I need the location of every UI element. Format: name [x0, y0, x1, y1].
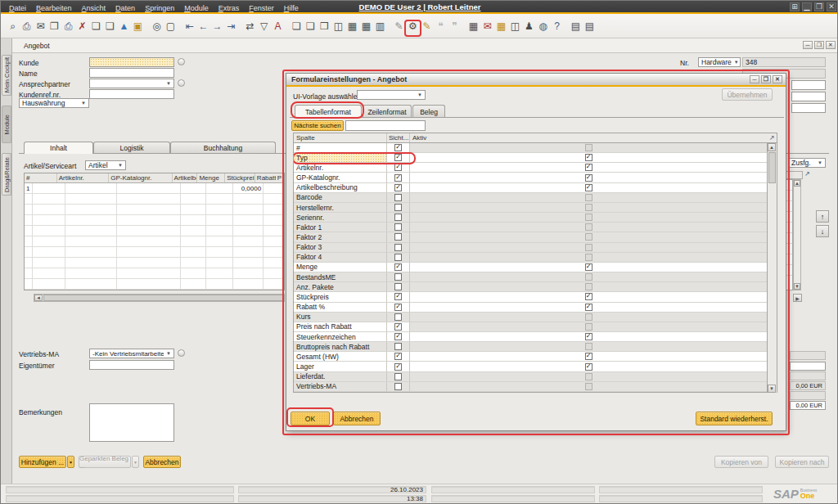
visible-checkbox[interactable] [394, 263, 402, 271]
message-icon[interactable]: ✉ [480, 17, 494, 34]
expand-icon[interactable]: ↗ [804, 170, 810, 178]
visible-checkbox[interactable] [394, 174, 402, 182]
uebernehmen-button[interactable]: Übernehmen [722, 88, 773, 101]
active-cell[interactable] [410, 332, 767, 341]
visible-cell[interactable] [387, 362, 410, 371]
visible-checkbox[interactable] [394, 144, 402, 151]
active-checkbox[interactable] [585, 164, 592, 171]
choose-from-list-icon[interactable] [178, 349, 185, 357]
import-icon[interactable]: ▲ [117, 17, 131, 34]
restore-icon[interactable]: ❐ [814, 2, 824, 11]
menge-cell[interactable] [181, 226, 206, 236]
item-table-hscrollbar[interactable]: ◄ [34, 294, 285, 302]
rabatt-cell[interactable] [233, 258, 264, 268]
sichtbar-header[interactable]: Sicht... [387, 133, 410, 142]
active-checkbox[interactable] [585, 254, 592, 261]
column-row[interactable]: Typ [294, 153, 767, 163]
active-checkbox[interactable] [585, 323, 592, 331]
artikelnr-cell[interactable] [33, 247, 65, 257]
column-row[interactable]: BestandsME [294, 272, 767, 282]
visible-cell[interactable] [387, 213, 410, 222]
extra-cell[interactable] [264, 183, 284, 193]
menu-module[interactable]: Module [184, 4, 209, 12]
extra-cell[interactable] [264, 215, 284, 225]
column-header[interactable]: Stückpreis [225, 173, 255, 182]
gp-katalognr-cell[interactable] [65, 247, 118, 257]
menu-datei[interactable]: Datei [9, 4, 26, 12]
column-row[interactable]: Herstellernr. [294, 203, 767, 213]
active-cell[interactable] [410, 263, 767, 272]
artikelnr-cell[interactable] [33, 236, 65, 246]
kundenref-input[interactable] [89, 89, 174, 99]
active-cell[interactable] [410, 143, 767, 152]
expand-icon[interactable]: ↗ [767, 133, 777, 142]
comment-icon[interactable]: ❝ [434, 17, 448, 34]
name-input[interactable] [89, 68, 174, 78]
item-row[interactable] [25, 268, 284, 279]
artikelbeschreibung-cell[interactable] [117, 226, 180, 236]
active-checkbox[interactable] [585, 174, 592, 182]
gp-katalognr-cell[interactable] [65, 194, 118, 204]
visible-cell[interactable] [387, 232, 410, 241]
header-input[interactable] [791, 92, 826, 101]
active-checkbox[interactable] [585, 373, 592, 380]
hauswaehrung-select[interactable]: Hauswährung [19, 98, 89, 108]
active-cell[interactable] [410, 223, 767, 232]
duplicate-record-icon[interactable]: ❏ [304, 17, 318, 34]
calendar-icon[interactable]: ▦ [466, 17, 480, 34]
column-row[interactable]: Artikelbeschreibung [294, 183, 767, 193]
artikelbeschreibung-cell[interactable] [117, 194, 180, 204]
artikelbeschreibung-cell[interactable] [117, 183, 180, 193]
artikelnr-cell[interactable] [33, 215, 65, 225]
spalte-header[interactable]: Spalte [294, 133, 387, 142]
active-checkbox[interactable] [585, 233, 592, 241]
print-preview-icon[interactable]: ⌕ [6, 17, 20, 34]
active-checkbox[interactable] [585, 244, 592, 251]
artikelbeschreibung-cell[interactable] [117, 247, 180, 257]
ui-vorlage-select[interactable] [357, 90, 426, 100]
active-cell[interactable] [410, 272, 767, 281]
active-cell[interactable] [410, 213, 767, 222]
artikelnr-cell[interactable] [33, 205, 65, 214]
column-row[interactable]: Rabatt % [294, 303, 767, 313]
sidebar-tab-drag-relate[interactable]: Drag&Relate [2, 153, 11, 196]
artikelnr-cell[interactable] [33, 226, 65, 236]
minimize-icon[interactable]: ─ [750, 75, 759, 83]
stueckpreis-cell[interactable] [206, 258, 234, 268]
help-icon[interactable]: ? [550, 17, 564, 34]
active-cell[interactable] [410, 313, 767, 322]
active-checkbox[interactable] [585, 223, 592, 231]
rabatt-cell[interactable] [233, 268, 264, 278]
print-layout-icon[interactable]: ⎙ [61, 17, 75, 34]
menge-cell[interactable] [181, 194, 206, 204]
stueckpreis-cell[interactable] [206, 268, 234, 278]
gp-katalognr-cell[interactable] [65, 183, 118, 193]
item-row[interactable] [25, 258, 284, 268]
extra-cell[interactable] [264, 247, 284, 257]
active-cell[interactable] [410, 163, 767, 172]
visible-cell[interactable] [387, 143, 410, 152]
active-cell[interactable] [410, 362, 767, 371]
menge-cell[interactable] [181, 279, 206, 289]
visible-checkbox[interactable] [394, 383, 402, 390]
kunde-input[interactable] [89, 57, 174, 67]
active-cell[interactable] [410, 203, 767, 212]
visible-checkbox[interactable] [394, 283, 402, 290]
restore-icon[interactable]: ❐ [761, 75, 771, 83]
visible-checkbox[interactable] [394, 363, 402, 371]
active-checkbox[interactable] [585, 194, 592, 201]
active-cell[interactable] [410, 253, 767, 262]
gp-katalognr-cell[interactable] [65, 258, 118, 268]
sidebar-tab-mein-cockpit[interactable]: Mein Cockpit [2, 55, 11, 96]
ok-button[interactable]: OK [291, 412, 330, 425]
previous-record-icon[interactable]: ← [196, 17, 210, 34]
item-row[interactable] [25, 247, 284, 258]
rabatt-cell[interactable] [233, 279, 264, 289]
vertriebs-ma-select[interactable]: -Kein Vertriebsmitarbeiter- [89, 349, 174, 358]
search-input[interactable] [345, 120, 426, 131]
email-icon[interactable]: ✉ [34, 17, 47, 34]
stueckpreis-cell[interactable] [206, 226, 234, 236]
artikelbeschreibung-cell[interactable] [117, 236, 180, 246]
menu-extras[interactable]: Extras [219, 4, 240, 12]
active-cell[interactable] [410, 303, 767, 312]
